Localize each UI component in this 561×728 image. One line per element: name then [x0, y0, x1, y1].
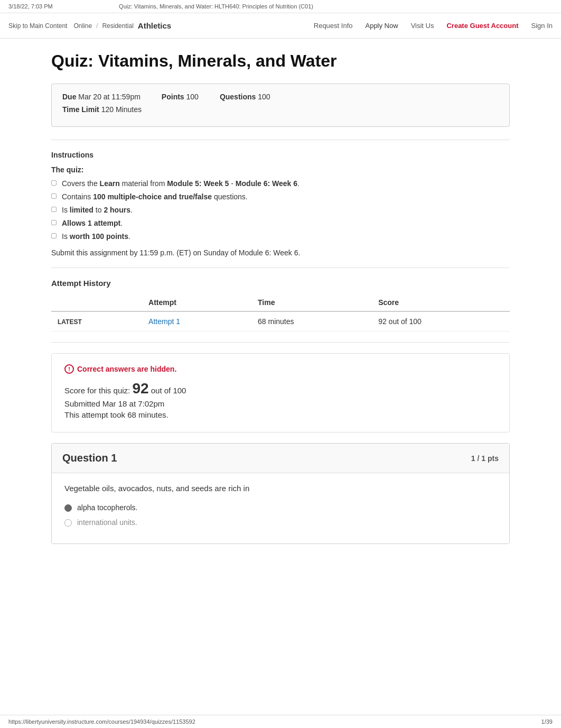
- nav-create-guest[interactable]: Create Guest Account: [446, 22, 518, 30]
- list-item: Allows 1 attempt.: [51, 218, 510, 229]
- questions-label: Questions: [220, 93, 256, 101]
- bullet-icon: [51, 220, 57, 225]
- score-pre: Score for this quiz:: [64, 386, 132, 395]
- page-title-label: Quiz: Vitamins, Minerals, and Water: HLT…: [119, 3, 313, 10]
- score-line: Score for this quiz: 92 out of 100: [64, 380, 497, 397]
- nav-sign-in[interactable]: Sign In: [531, 22, 553, 30]
- quiz-info-box: Due Mar 20 at 11:59pm Points 100 Questio…: [51, 84, 510, 127]
- questions-info: Questions 100: [220, 93, 270, 101]
- nav-online[interactable]: Online: [73, 22, 92, 30]
- warning-icon: !: [64, 364, 74, 374]
- time-limit-value: 120 Minutes: [101, 105, 142, 114]
- table-row: LATEST Attempt 1 68 minutes 92 out of 10…: [51, 311, 510, 331]
- info-row-2: Time Limit 120 Minutes: [62, 105, 499, 114]
- col-header-label: [51, 294, 142, 311]
- answer-2-text: international units.: [77, 518, 137, 527]
- nav-bar: Skip to Main Content Online / Residentia…: [0, 13, 561, 39]
- list-item: Contains 100 multiple-choice and true/fa…: [51, 191, 510, 202]
- questions-value: 100: [258, 93, 270, 101]
- attempt-history-title: Attempt History: [51, 279, 510, 288]
- points-value: 100: [186, 93, 199, 101]
- skip-to-main[interactable]: Skip to Main Content: [8, 22, 67, 30]
- question-1-pts: 1 / 1 pts: [471, 454, 499, 463]
- col-header-time: Time: [251, 294, 372, 311]
- attempt-table: Attempt Time Score LATEST Attempt 1 68 m…: [51, 294, 510, 331]
- radio-selected-icon[interactable]: [64, 504, 72, 512]
- bullet-icon: [51, 180, 57, 186]
- the-quiz-label: The quiz:: [51, 165, 510, 174]
- nav-residential[interactable]: Residential: [102, 22, 133, 30]
- time-limit-label: Time Limit: [62, 105, 99, 114]
- score-number: 92: [132, 380, 148, 397]
- divider-3: [51, 342, 510, 343]
- bullet-list: Covers the Learn material from Module 5:…: [51, 178, 510, 242]
- question-1-title: Question 1: [62, 452, 117, 464]
- bullet-icon: [51, 193, 57, 199]
- due-info: Due Mar 20 at 11:59pm: [62, 93, 141, 101]
- question-1-box: Question 1 1 / 1 pts Vegetable oils, avo…: [51, 443, 510, 544]
- datetime-label: 3/18/22, 7:03 PM: [8, 3, 53, 10]
- instructions-header: Instructions: [51, 151, 510, 159]
- table-header-row: Attempt Time Score: [51, 294, 510, 311]
- time-cell: 68 minutes: [251, 311, 372, 331]
- radio-unselected-icon[interactable]: [64, 519, 72, 527]
- due-value: Mar 20 at 11:59pm: [78, 93, 141, 101]
- latest-label: LATEST: [51, 311, 142, 331]
- list-item: Is limited to 2 hours.: [51, 205, 510, 216]
- divider-2: [51, 268, 510, 268]
- score-box: ! Correct answers are hidden. Score for …: [51, 353, 510, 432]
- list-item: Covers the Learn material from Module 5:…: [51, 178, 510, 189]
- bullet-icon: [51, 207, 57, 212]
- main-content: Quiz: Vitamins, Minerals, and Water Due …: [43, 39, 518, 567]
- nav-request-info[interactable]: Request Info: [314, 22, 353, 30]
- col-header-attempt: Attempt: [142, 294, 251, 311]
- list-item: Is worth 100 points.: [51, 231, 510, 242]
- nav-apply-now[interactable]: Apply Now: [365, 22, 398, 30]
- correct-answers-text: Correct answers are hidden.: [77, 365, 176, 373]
- question-1-body: Vegetable oils, avocados, nuts, and seed…: [52, 473, 509, 543]
- attempt-history-section: Attempt History Attempt Time Score LATES…: [51, 279, 510, 331]
- score-cell: 92 out of 100: [372, 311, 510, 331]
- question-1-text: Vegetable oils, avocados, nuts, and seed…: [64, 484, 497, 493]
- answer-option-1[interactable]: alpha tocopherols.: [64, 503, 497, 512]
- divider-1: [51, 140, 510, 140]
- due-label: Due: [62, 93, 76, 101]
- attempt-link-cell[interactable]: Attempt 1: [142, 311, 251, 331]
- nav-divider1: /: [96, 22, 98, 30]
- correct-answers-notice: ! Correct answers are hidden.: [64, 364, 497, 374]
- answer-option-2[interactable]: international units.: [64, 518, 497, 527]
- submit-note: Submit this assignment by 11:59 p.m. (ET…: [51, 248, 510, 257]
- points-info: Points 100: [162, 93, 199, 101]
- points-label: Points: [162, 93, 184, 101]
- nav-visit-us[interactable]: Visit Us: [411, 22, 434, 30]
- nav-athletics[interactable]: Athletics: [138, 21, 171, 30]
- quiz-title: Quiz: Vitamins, Minerals, and Water: [51, 51, 510, 71]
- answer-1-text: alpha tocopherols.: [77, 503, 137, 512]
- info-row-1: Due Mar 20 at 11:59pm Points 100 Questio…: [62, 93, 499, 101]
- attempt-1-link[interactable]: Attempt 1: [148, 317, 180, 326]
- score-post: out of 100: [149, 386, 186, 395]
- duration-line: This attempt took 68 minutes.: [64, 410, 497, 419]
- instructions-section: Instructions The quiz: Covers the Learn …: [51, 151, 510, 257]
- submitted-line: Submitted Mar 18 at 7:02pm: [64, 399, 497, 408]
- top-bar: 3/18/22, 7:03 PM Quiz: Vitamins, Mineral…: [0, 0, 561, 13]
- question-1-header: Question 1 1 / 1 pts: [52, 444, 509, 473]
- bullet-icon: [51, 233, 57, 238]
- time-limit-info: Time Limit 120 Minutes: [62, 105, 142, 114]
- col-header-score: Score: [372, 294, 510, 311]
